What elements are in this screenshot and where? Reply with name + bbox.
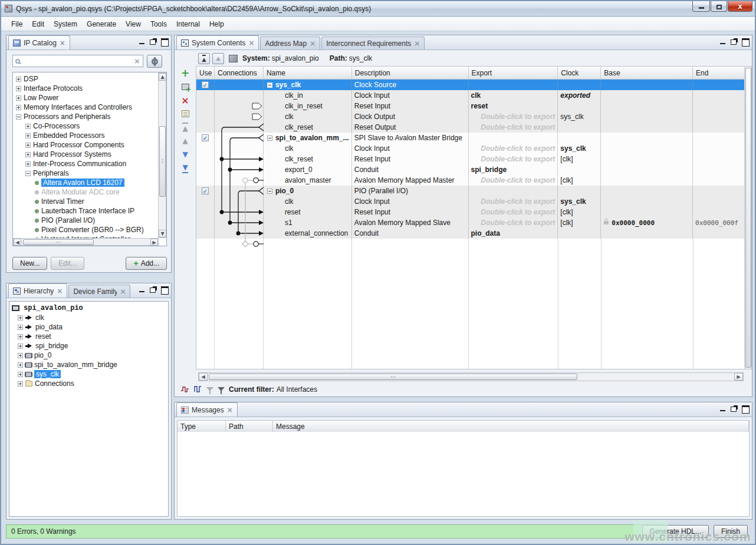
collapse-minus-icon[interactable] [267, 189, 272, 194]
export-cell[interactable]: Double-click to export [469, 143, 558, 154]
table-row[interactable]: ✓sys_clkClock Source [196, 80, 747, 90]
table-row[interactable]: s1Avalon Memory Mapped SlaveDouble-click… [196, 217, 747, 228]
connections-cell[interactable] [215, 228, 264, 239]
name-cell[interactable]: clk_in [264, 90, 352, 101]
expand-plus-icon[interactable] [25, 133, 31, 138]
tree-item[interactable]: clk [12, 313, 168, 322]
scroll-thumb[interactable] [23, 239, 94, 245]
name-cell[interactable]: avalon_master [264, 175, 352, 186]
panel-minimize-icon[interactable] [139, 38, 146, 45]
column-header-description[interactable]: Description [352, 67, 469, 79]
tree-item[interactable]: Embedded Processors [16, 131, 166, 140]
checkbox-checked-icon[interactable]: ✓ [202, 187, 209, 194]
column-header-connections[interactable]: Connections [215, 67, 264, 79]
add-system-icon[interactable] [179, 81, 191, 92]
tree-item[interactable]: Memory Interfaces and Controllers [16, 103, 166, 112]
edit-button[interactable]: Edit... [51, 257, 84, 270]
tab-hierarchy[interactable]: Hierarchy× [8, 283, 67, 298]
close-tab-icon[interactable]: × [60, 39, 65, 47]
waveform-icon[interactable] [180, 385, 189, 393]
expand-plus-icon[interactable] [18, 343, 23, 349]
expand-plus-icon[interactable] [16, 77, 21, 82]
table-row[interactable]: clkClock OutputDouble-click to exportsys… [196, 111, 747, 122]
ip-tree-hscrollbar[interactable]: ◀ ▶ [13, 238, 159, 246]
close-tab-icon[interactable]: × [57, 287, 63, 295]
collapse-minus-icon[interactable] [16, 114, 21, 120]
base-cell[interactable] [601, 207, 693, 217]
tree-item[interactable]: Interval Timer [16, 197, 166, 206]
base-cell[interactable] [601, 228, 693, 239]
tree-item[interactable]: pio_data [12, 322, 168, 332]
clock-cell[interactable]: sys_clk [558, 143, 601, 154]
scroll-right-icon[interactable]: ▶ [734, 373, 743, 381]
connections-cell[interactable] [215, 207, 264, 217]
clock-cell[interactable] [558, 228, 601, 239]
add-button[interactable]: + Add... [126, 257, 167, 270]
menu-generate[interactable]: Generate [83, 18, 120, 30]
connections-cell[interactable] [215, 196, 264, 207]
export-cell[interactable]: Double-click to export [469, 122, 558, 133]
collapse-minus-icon[interactable] [25, 171, 31, 176]
export-cell[interactable]: Double-click to export [469, 196, 558, 207]
name-cell[interactable]: clk [264, 111, 352, 122]
panel-float-icon[interactable] [150, 286, 157, 293]
panel-float-icon[interactable] [150, 38, 157, 45]
export-cell[interactable]: Double-click to export [469, 207, 558, 217]
base-cell[interactable]: 0x0000_0000 [601, 217, 693, 228]
tree-item[interactable]: reset [12, 332, 168, 341]
column-header-use[interactable]: Use [196, 67, 215, 79]
tree-item[interactable]: Lauterbach Trace Interface IP [16, 206, 166, 216]
scroll-left-icon[interactable]: ◀ [199, 373, 208, 381]
close-tab-icon[interactable]: × [227, 406, 233, 414]
connections-cell[interactable] [215, 154, 264, 164]
export-cell[interactable]: spi_bridge [469, 164, 558, 175]
tree-item[interactable]: pio_0 [12, 351, 168, 360]
export-cell[interactable]: Double-click to export [469, 154, 558, 164]
ip-tree-vscrollbar[interactable]: ▲ ▼ [158, 72, 166, 238]
move-down-icon[interactable]: ▼ [179, 149, 191, 160]
name-cell[interactable]: clk_in_reset [264, 101, 352, 111]
close-tab-icon[interactable]: × [414, 39, 420, 48]
name-cell[interactable]: sys_clk [264, 80, 352, 90]
expand-plus-icon[interactable] [25, 143, 31, 148]
table-row[interactable]: resetReset InputDouble-click to export[c… [196, 207, 747, 217]
base-cell[interactable] [601, 143, 693, 154]
remove-component-icon[interactable]: × [179, 95, 191, 105]
column-header-base[interactable]: Base [601, 67, 693, 79]
expand-plus-icon[interactable] [18, 315, 23, 321]
tab-interconnect-requirements[interactable]: Interconnect Requirements× [321, 37, 425, 49]
column-header-type[interactable]: Type [178, 421, 226, 432]
tab-address-map[interactable]: Address Map× [260, 37, 320, 49]
table-row[interactable]: export_0Conduitspi_bridge [196, 164, 747, 175]
move-up-icon[interactable]: ▲ [179, 136, 191, 146]
titlebar[interactable]: Qsys - spi_avalon_pio.qsys (C:\Projects\… [1, 1, 755, 16]
panel-minimize-icon[interactable] [719, 405, 727, 412]
scroll-left-icon[interactable]: ◀ [14, 239, 21, 246]
tree-item[interactable]: Altera Avalon LCD 16207 [16, 178, 166, 187]
clock-cell[interactable]: sys_clk [558, 111, 601, 122]
tree-item[interactable]: sys_clk [12, 369, 168, 379]
tree-item[interactable]: spi_bridge [12, 341, 168, 351]
export-cell[interactable]: Double-click to export [469, 217, 558, 228]
tree-item[interactable]: Co-Processors [16, 121, 166, 131]
tree-item[interactable]: Hard Processor Systems [16, 150, 166, 159]
clock-cell[interactable] [558, 186, 601, 196]
name-cell[interactable]: spi_to_avalon_mm_... [264, 133, 352, 143]
table-row[interactable]: ✓pio_0PIO (Parallel I/O) [196, 186, 747, 196]
add-component-icon[interactable]: + [179, 68, 191, 78]
move-top-icon[interactable]: ▲ [179, 122, 191, 133]
table-row[interactable]: ✓spi_to_avalon_mm_...SPI Slave to Avalon… [196, 133, 747, 143]
panel-maximize-icon[interactable] [742, 38, 749, 45]
name-cell[interactable]: clk_reset [264, 154, 352, 164]
connections-cell[interactable] [215, 186, 264, 196]
name-cell[interactable]: s1 [264, 217, 352, 228]
catalog-settings-button[interactable] [147, 55, 162, 68]
name-cell[interactable]: clk [264, 196, 352, 207]
export-cell[interactable]: clk [469, 90, 558, 101]
name-cell[interactable]: clk_reset [264, 122, 352, 133]
base-cell[interactable] [601, 175, 693, 186]
connections-cell[interactable] [215, 164, 264, 175]
base-cell[interactable] [601, 186, 693, 196]
expand-plus-icon[interactable] [18, 325, 23, 330]
tree-item[interactable]: Connections [12, 379, 168, 388]
